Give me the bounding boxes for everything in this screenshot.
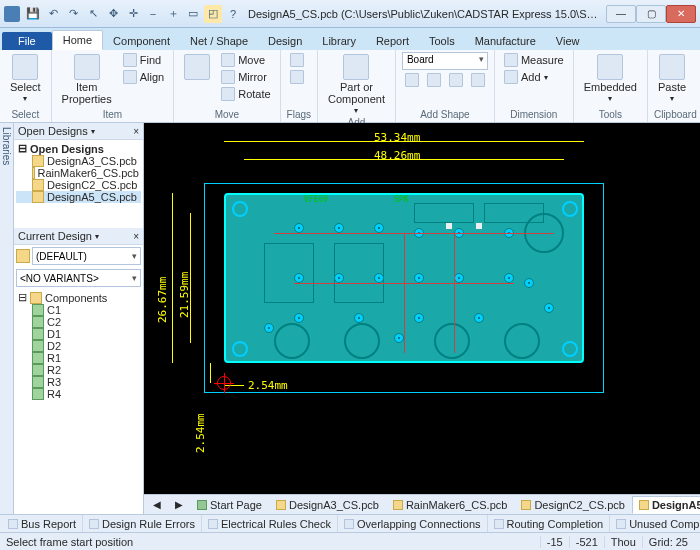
qat-zoom-sel-icon[interactable]: ◰ [204, 5, 222, 23]
mount-hole [562, 341, 578, 357]
group-dimension: Measure Add ▾ Dimension [495, 50, 574, 122]
shape-circle-button[interactable] [446, 72, 466, 88]
report-tab[interactable]: Bus Report [2, 515, 83, 532]
component-item[interactable]: R2 [16, 364, 141, 376]
qat-save-icon[interactable]: 💾 [24, 5, 42, 23]
comp-icon [32, 304, 44, 316]
group-item: Item Properties Find Align Item [52, 50, 175, 122]
maximize-button[interactable]: ▢ [636, 5, 666, 23]
tab-component[interactable]: Component [103, 32, 180, 50]
align-button[interactable]: Align [120, 69, 167, 85]
status-y: -521 [569, 536, 604, 548]
dim-add-button[interactable]: Add ▾ [501, 69, 567, 85]
report-icon [494, 519, 504, 529]
file-tab[interactable]: File [2, 32, 52, 50]
report-tab[interactable]: Overlapping Connections [338, 515, 488, 532]
via [264, 323, 274, 333]
qat-zoom-in-icon[interactable]: ＋ [164, 5, 182, 23]
report-tab[interactable]: Electrical Rules Check [202, 515, 338, 532]
rect-icon [427, 73, 441, 87]
doc-nav-next[interactable]: ▶ [168, 496, 190, 513]
flag-icon [290, 70, 304, 84]
qat-pointer-icon[interactable]: ↖ [84, 5, 102, 23]
tab-tools[interactable]: Tools [419, 32, 465, 50]
ruler-icon [504, 53, 518, 67]
doc-tab[interactable]: DesignA3_CS.pcb [269, 496, 386, 514]
dim-height-outer: 26.67mm [156, 277, 169, 323]
status-units: Thou [604, 536, 642, 548]
tab-home[interactable]: Home [52, 30, 103, 50]
doc-nav-prev[interactable]: ◀ [146, 496, 168, 513]
shape-poly-button[interactable] [468, 72, 488, 88]
doc-tab[interactable]: RainMaker6_CS.pcb [386, 496, 515, 514]
find-button[interactable]: Find [120, 52, 167, 68]
component-item[interactable]: R1 [16, 352, 141, 364]
libraries-tab[interactable]: Libraries [0, 123, 14, 514]
via [374, 273, 384, 283]
doc-tab-start[interactable]: Start Page [190, 496, 269, 514]
component-item[interactable]: R4 [16, 388, 141, 400]
file-icon [521, 500, 531, 510]
group-tools: Embedded▾ Tools [574, 50, 648, 122]
design-item[interactable]: RainMaker6_CS.pcb [16, 167, 141, 179]
doc-tab-active[interactable]: DesignA5_CS.pcb [632, 496, 700, 514]
qat-zoom-fit-icon[interactable]: ▭ [184, 5, 202, 23]
component-item[interactable]: C2 [16, 316, 141, 328]
tab-view[interactable]: View [546, 32, 590, 50]
qat-cross-icon[interactable]: ✛ [124, 5, 142, 23]
measure-button[interactable]: Measure [501, 52, 567, 68]
report-tab[interactable]: Design Rule Errors [83, 515, 202, 532]
panel-close-icon[interactable]: × [133, 231, 139, 242]
item-properties-button[interactable]: Item Properties [58, 52, 116, 107]
report-tab[interactable]: Routing Completion [488, 515, 611, 532]
qat-zoom-out-icon[interactable]: − [144, 5, 162, 23]
folder-icon [30, 292, 42, 304]
minimize-button[interactable]: — [606, 5, 636, 23]
comp-icon [32, 352, 44, 364]
pcb-canvas[interactable]: VFE0V SPK 53.34mm 48.26mm 26.67mm 21.59m… [144, 123, 700, 494]
tab-library[interactable]: Library [312, 32, 366, 50]
via [474, 313, 484, 323]
minus-icon: ⊟ [18, 142, 27, 155]
shape-type-select[interactable]: Board [402, 52, 488, 70]
tab-design[interactable]: Design [258, 32, 312, 50]
component-item[interactable]: R3 [16, 376, 141, 388]
design-item[interactable]: DesignA3_CS.pcb [16, 155, 141, 167]
group-move: Move Mirror Rotate Move [174, 50, 280, 122]
paste-button[interactable]: Paste▾ [654, 52, 690, 105]
component-item[interactable]: C1 [16, 304, 141, 316]
via [544, 303, 554, 313]
rotate-button[interactable]: Rotate [218, 86, 273, 102]
shape-line-button[interactable] [402, 72, 422, 88]
flag-2-button[interactable] [287, 69, 307, 85]
component-item[interactable]: D1 [16, 328, 141, 340]
shape-rect-button[interactable] [424, 72, 444, 88]
qat-redo-icon[interactable]: ↷ [64, 5, 82, 23]
report-tab[interactable]: Unused Compone [610, 515, 700, 532]
default-select[interactable]: (DEFAULT) [32, 247, 141, 265]
flag-1-button[interactable] [287, 52, 307, 68]
variants-select[interactable]: <NO VARIANTS> [16, 269, 141, 287]
mirror-button[interactable]: Mirror [218, 69, 273, 85]
tab-report[interactable]: Report [366, 32, 419, 50]
move-button-large[interactable] [180, 52, 214, 82]
close-button[interactable]: ✕ [666, 5, 696, 23]
qat-pan-icon[interactable]: ✥ [104, 5, 122, 23]
status-message: Select frame start position [6, 536, 133, 548]
select-button[interactable]: Select▾ [6, 52, 45, 105]
embedded-button[interactable]: Embedded▾ [580, 52, 641, 105]
component-item[interactable]: D2 [16, 340, 141, 352]
panel-close-icon[interactable]: × [133, 126, 139, 137]
qat-undo-icon[interactable]: ↶ [44, 5, 62, 23]
qat-help-icon[interactable]: ? [224, 5, 242, 23]
tab-manufacture[interactable]: Manufacture [465, 32, 546, 50]
add-part-button[interactable]: Part or Component▾ [324, 52, 389, 117]
tab-net-shape[interactable]: Net / Shape [180, 32, 258, 50]
components-node[interactable]: ⊟Components [16, 291, 141, 304]
tree-root[interactable]: ⊟Open Designs [16, 142, 141, 155]
design-item[interactable]: DesignC2_CS.pcb [16, 179, 141, 191]
component-outline [504, 323, 540, 359]
doc-tab[interactable]: DesignC2_CS.pcb [514, 496, 632, 514]
design-item[interactable]: DesignA5_CS.pcb [16, 191, 141, 203]
move-button[interactable]: Move [218, 52, 273, 68]
